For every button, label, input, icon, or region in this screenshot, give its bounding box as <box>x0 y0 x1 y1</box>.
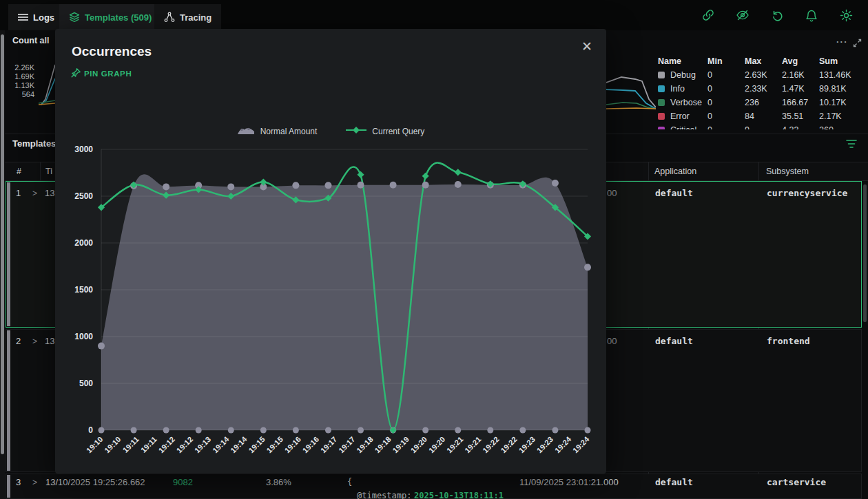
x-tick-label: 19:22 <box>481 435 500 454</box>
normal-amount-point-low <box>585 427 591 434</box>
row-expand-chevron[interactable]: > <box>32 478 37 487</box>
series-normal-amount-area <box>101 174 588 430</box>
x-tick-label: 19:15 <box>247 435 266 454</box>
legend-row-verbose[interactable]: Verbose 0 236 166.67 10.17K <box>658 96 865 109</box>
tab-templates[interactable]: Templates (509) <box>59 4 161 30</box>
legend-row-debug[interactable]: Debug 0 2.63K 2.16K 131.46K <box>658 68 865 82</box>
row-count: 9082 <box>173 477 193 487</box>
legend-item-normal-amount[interactable]: Normal Amount <box>237 125 318 137</box>
link-icon[interactable] <box>701 8 715 22</box>
count-panel-more-button[interactable]: ... <box>836 34 848 45</box>
y-tick-label: 2000 <box>74 238 93 248</box>
templates-panel-title: Templates <box>12 138 56 149</box>
bell-icon[interactable] <box>805 8 818 22</box>
left-scrollbar-thumb[interactable] <box>1 34 4 454</box>
x-tick-label: 19:11 <box>139 435 158 454</box>
col-subsystem[interactable]: Subsystem <box>766 167 809 176</box>
legend-label: Normal Amount <box>260 127 318 136</box>
normal-amount-point <box>324 182 331 189</box>
pin-graph-label: PIN GRAPH <box>84 70 132 78</box>
gear-icon[interactable] <box>839 8 853 22</box>
normal-amount-point <box>292 182 299 189</box>
row-application: default <box>655 477 693 487</box>
row-json-brace: { <box>347 477 352 487</box>
eye-off-icon[interactable] <box>736 8 750 22</box>
x-tick-label: 19:15 <box>265 435 285 454</box>
pin-graph-button[interactable]: PIN GRAPH <box>70 67 132 80</box>
y-tick-label: 3000 <box>74 145 93 154</box>
legend-row-error[interactable]: Error 0 84 35.51 2.17K <box>658 109 865 123</box>
row-timestamp-fragment: 13 <box>45 336 54 346</box>
x-tick-label: 19:21 <box>445 435 464 454</box>
y-tick-label: 2500 <box>74 191 93 201</box>
normal-amount-point <box>163 183 169 190</box>
count-chart-right-fragment <box>606 63 656 113</box>
row-application: default <box>655 336 693 346</box>
topbar-actions <box>701 0 853 30</box>
count-panel-title: Count all <box>12 36 49 45</box>
col-application[interactable]: Application <box>654 167 696 176</box>
legend-item-current-query[interactable]: Current Query <box>346 125 424 137</box>
row-subsystem: cartservice <box>767 477 826 487</box>
x-tick-label: 19:24 <box>553 434 573 454</box>
tab-tracing-label: Tracing <box>180 12 211 23</box>
count-chart-y-axis: 2.26K 1.69K 1.13K 564 <box>6 63 34 99</box>
legend-row-critical[interactable]: Critical 0 9 4.33 260 <box>658 123 865 129</box>
critical-swatch <box>658 127 665 129</box>
current-query-point <box>357 171 364 178</box>
tab-logs-label: Logs <box>33 12 54 23</box>
modal-title: Occurrences <box>72 44 152 59</box>
row-application: default <box>655 188 693 198</box>
row-event-time: 11/09/2025 23:01:21.000 <box>519 477 619 487</box>
template-row-3[interactable]: 3 > 13/10/2025 19:25:26.662 9082 3.86% {… <box>6 474 862 499</box>
legend-row-info[interactable]: Info 0 2.33K 1.47K 89.81K <box>658 82 865 96</box>
undo-icon[interactable] <box>770 8 784 22</box>
x-tick-label: 19:23 <box>535 435 555 454</box>
normal-amount-point <box>227 183 234 190</box>
normal-amount-point-low <box>163 427 169 434</box>
verbose-swatch <box>658 99 665 106</box>
tab-logs[interactable]: Logs <box>8 4 64 30</box>
x-tick-label: 19:10 <box>103 435 122 454</box>
normal-amount-point-low <box>228 427 234 434</box>
severity-bar <box>7 330 10 471</box>
occurrences-chart[interactable]: 05001000150020002500300019:1019:1019:111… <box>69 138 592 465</box>
expand-icon[interactable] <box>853 38 862 50</box>
normal-amount-point-low <box>358 427 364 434</box>
row-timestamp: 13/10/2025 19:25:26.662 <box>45 477 145 487</box>
filter-list-icon[interactable] <box>846 139 857 151</box>
normal-amount-point-low <box>422 427 428 434</box>
x-tick-label: 19:14 <box>211 434 231 454</box>
x-tick-label: 19:16 <box>283 435 302 454</box>
normal-amount-point-low <box>552 427 558 434</box>
y-tick-label: 1000 <box>74 332 93 341</box>
table-scrollbar-thumb[interactable] <box>863 184 867 322</box>
x-tick-label: 19:13 <box>193 435 212 454</box>
debug-swatch <box>658 72 665 78</box>
row-expand-chevron[interactable]: > <box>32 189 37 198</box>
x-tick-label: 19:19 <box>391 435 411 454</box>
x-tick-label: 19:17 <box>319 435 338 454</box>
tab-templates-label: Templates (509) <box>85 12 152 23</box>
x-tick-label: 19:14 <box>229 434 249 454</box>
normal-amount-point <box>422 182 429 189</box>
row-expand-chevron[interactable]: > <box>32 337 37 346</box>
normal-amount-point-low <box>487 427 493 434</box>
normal-amount-point-low <box>293 427 299 434</box>
area-glyph-icon <box>237 125 255 137</box>
normal-amount-point-low <box>131 427 137 434</box>
row-timestamp-end: 00 <box>607 336 617 346</box>
tab-tracing[interactable]: Tracing <box>154 4 221 30</box>
left-scrollbar[interactable] <box>0 30 5 499</box>
col-num[interactable]: # <box>17 167 21 176</box>
normal-amount-point <box>98 343 105 350</box>
row-timestamp-fragment: 13 <box>45 188 54 198</box>
trace-graph-icon <box>164 12 175 23</box>
col-time[interactable]: Ti <box>45 167 52 176</box>
close-icon[interactable]: ✕ <box>581 40 592 53</box>
severity-bar <box>7 182 10 326</box>
normal-amount-point-low <box>196 427 202 434</box>
normal-amount-point <box>358 182 364 189</box>
y-tick-label: 1500 <box>74 285 93 295</box>
current-query-point <box>455 169 462 176</box>
